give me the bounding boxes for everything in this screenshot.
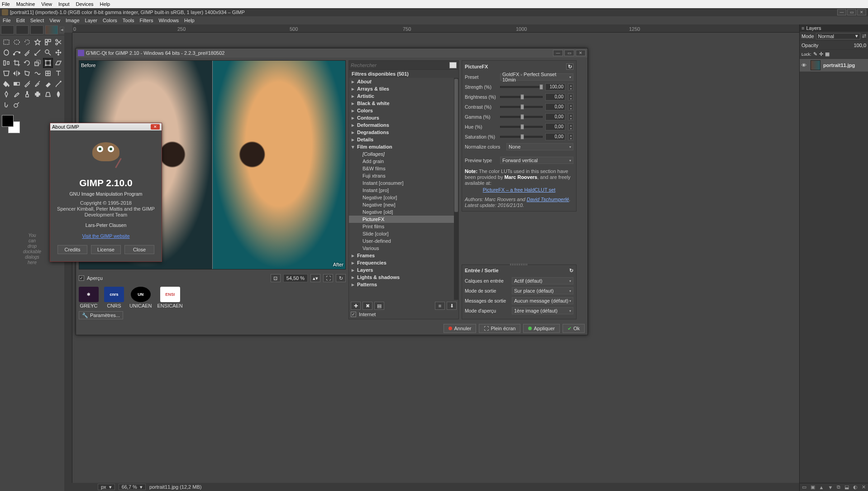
remove-fave-icon[interactable]: ✖ [362,302,372,310]
preset-dropdown[interactable]: GoldFX - Perfect Sunset 10min▾ [500,73,573,81]
heal-tool[interactable] [33,89,43,99]
hue-value[interactable]: 0,00 [545,123,565,130]
menu-windows[interactable]: Windows [158,18,179,23]
menu-view[interactable]: View [49,18,60,23]
filter-category[interactable]: ▸Patterns [349,281,458,288]
layer-row[interactable]: 👁 portrait11.jpg [800,59,868,72]
lock-alpha-icon[interactable]: ▦ [825,51,830,57]
about-website-link[interactable]: Visit the GIMP website [54,233,158,239]
about-close-button[interactable]: Close [124,245,154,254]
os-menu-devices[interactable]: Devices [76,1,93,7]
color-select-tool[interactable] [43,37,53,47]
pencil-tool[interactable] [22,79,32,89]
menu-colors[interactable]: Colors [103,18,117,23]
reset-params-icon[interactable]: ↻ [566,63,573,70]
strength-value[interactable]: 100,00 [545,83,565,91]
zoom-value[interactable]: 54,50 % [283,274,308,282]
shear-tool[interactable] [53,58,63,68]
bucket-fill-tool[interactable] [1,79,11,89]
tool-options-tab[interactable] [16,25,29,34]
menu-help[interactable]: Help [184,18,195,23]
about-close-icon[interactable]: ✕ [151,124,160,130]
smudge-tool[interactable] [1,100,11,110]
contrast-slider[interactable] [500,106,543,108]
paintbrush-tool[interactable] [33,79,43,89]
mypaint-brush-tool[interactable] [12,89,22,99]
dodge-burn-tool[interactable] [12,100,22,110]
ok-button[interactable]: ✔Ok [563,324,585,333]
zoom-spin[interactable]: ▴▾ [310,274,320,282]
brightness-slider[interactable] [500,96,543,98]
brightness-value[interactable]: 0,00 [545,93,565,101]
fg-color-swatch[interactable] [2,115,14,127]
new-group-icon[interactable]: ▣ [811,484,815,490]
filter-category[interactable]: ▸Artistic [349,92,458,100]
filter-item[interactable]: User-defined [349,237,458,245]
os-menu-view[interactable]: View [41,1,52,7]
measure-tool[interactable] [33,48,43,58]
menu-tools[interactable]: Tools [123,18,134,23]
filter-item[interactable]: Instant [pro] [349,187,458,194]
paths-tool[interactable] [12,48,22,58]
filter-item[interactable]: Print films [349,223,458,230]
filter-category[interactable]: ▸Frames [349,252,458,259]
spinner[interactable]: ▴▾ [568,113,573,120]
lasso-tool[interactable] [22,37,32,47]
align-tool[interactable] [1,58,11,68]
filter-category[interactable]: ▸Lights & shadows [349,274,458,281]
expand-tree-icon[interactable]: ≡ [435,302,445,310]
os-menu-file[interactable]: File [2,1,10,7]
switch-icon[interactable]: ⇄ [862,33,866,39]
rotate-tool[interactable] [22,58,32,68]
menu-edit[interactable]: Edit [16,18,25,23]
spinner[interactable]: ▴▾ [568,93,573,101]
mode-dropdown[interactable]: Normal▾ [816,33,860,39]
menu-filters[interactable]: Filters [140,18,153,23]
image-thumb[interactable] [45,25,58,34]
perspective-clone-tool[interactable] [43,89,53,99]
minimize-button[interactable]: — [837,9,846,15]
reset-io-icon[interactable]: ↻ [569,268,573,274]
merge-down-icon[interactable]: ⬓ [844,484,849,490]
internet-label[interactable]: Internet [359,312,376,317]
spinner[interactable]: ▴▾ [568,123,573,130]
scissors-tool[interactable] [53,37,63,47]
filter-item[interactable]: Negative [new] [349,201,458,208]
gamma-slider[interactable] [500,116,543,118]
menu-select[interactable]: Select [30,18,44,23]
filter-category[interactable]: ▸Black & white [349,100,458,107]
spinner[interactable]: ▴▾ [568,133,573,140]
preview-mode-dropdown[interactable]: 1ère image (défaut)▾ [512,307,573,314]
rect-select-tool[interactable] [1,37,11,47]
filter-item[interactable]: B&W films [349,165,458,172]
filter-category[interactable]: ▸Layers [349,266,458,274]
filter-item[interactable]: Negative [old] [349,208,458,216]
lock-pixels-icon[interactable]: ✎ [813,51,817,57]
output-mode-dropdown[interactable]: Sur place (défaut)▾ [512,287,573,294]
warp-tool[interactable] [33,68,43,78]
filter-item[interactable]: Instant [consumer] [349,179,458,187]
clone-tool[interactable] [22,89,32,99]
filter-item[interactable]: Various [349,245,458,252]
fullscreen-button[interactable]: ⛶Plein écran [479,324,520,333]
normalize-dropdown[interactable]: None▾ [506,143,573,150]
filter-item[interactable]: Slide [color] [349,230,458,237]
scale-tool[interactable] [33,58,43,68]
gmic-close-button[interactable]: ✕ [576,50,586,56]
hue-slider[interactable] [500,126,543,128]
unified-transform-tool[interactable] [43,58,53,68]
menu-file[interactable]: File [3,18,11,23]
fg-bg-colors[interactable] [2,115,20,133]
filter-tree[interactable]: ▸About ▸Arrays & tiles ▸Artistic ▸Black … [349,78,458,300]
resize-handle[interactable] [510,264,528,265]
rename-fave-icon[interactable]: ▤ [374,302,384,310]
internet-checkbox[interactable]: ✓ [351,312,356,317]
move-tool[interactable] [53,48,63,58]
zoom-tool[interactable] [43,48,53,58]
ellipse-select-tool[interactable] [12,37,22,47]
crop-tool[interactable] [12,58,22,68]
picturefx-link[interactable]: PictureFX – a free HaldCLUT set [483,187,556,193]
settings-button[interactable]: 🔧Paramètres... [79,311,123,319]
new-layer-icon[interactable]: ▭ [802,484,806,490]
airbrush-tool[interactable] [53,79,63,89]
